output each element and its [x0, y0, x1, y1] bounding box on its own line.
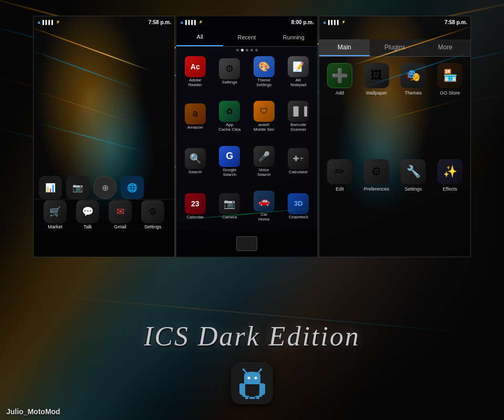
- status-bar-left: ▲ ▌▌▌▌ ⚡ 7:58 p.m.: [34, 16, 174, 28]
- data-left: ⚡: [56, 20, 60, 24]
- google-icon: G: [219, 146, 240, 167]
- app-search[interactable]: 🔍 Search: [178, 140, 212, 184]
- data-center: ⚡: [198, 20, 203, 24]
- app-barcode[interactable]: ▐▌▐ BarcodeScanner: [282, 95, 316, 139]
- left-extra-4[interactable]: 🌐: [121, 176, 144, 199]
- go-tabs: Main Plugins More: [319, 39, 470, 57]
- search-icon: 🔍: [185, 148, 206, 169]
- cache-icon: ♻: [219, 101, 240, 122]
- left-dock-row: 🛒 Market 💬 Talk ✉ Gmail ⚙ Setti: [34, 199, 174, 229]
- wallpaper-label: Wallpaper: [366, 90, 387, 96]
- svg-rect-7: [261, 383, 265, 395]
- app-camera[interactable]: 📷 Camera: [213, 185, 247, 229]
- svg-rect-6: [239, 383, 244, 395]
- app-voice[interactable]: 🎤 VoiceSearch: [247, 140, 281, 184]
- title-section: ICS Dark Edition: [0, 321, 504, 352]
- app-settings[interactable]: ⚙ Settings: [213, 50, 247, 94]
- barcode-icon: ▐▌▐: [288, 101, 309, 122]
- gmail-label: Gmail: [114, 224, 127, 229]
- app-google[interactable]: G GoogleSearch: [213, 140, 247, 184]
- tab-all[interactable]: All: [176, 28, 223, 46]
- status-left-icons: ▲ ▌▌▌▌ ⚡: [37, 19, 60, 25]
- notepad-label: AKNotepad: [290, 78, 306, 88]
- settings-icon: ⚙: [219, 58, 240, 79]
- cache-label: AppCache Clea: [218, 123, 240, 132]
- left-extra-1[interactable]: 📊: [39, 176, 62, 199]
- app-calendar[interactable]: 23 Calendar: [178, 185, 212, 229]
- edit-icon: ✏: [327, 159, 352, 184]
- wifi-icon-right: ▲: [322, 19, 327, 25]
- time-left: 7:58 p.m.: [149, 19, 171, 25]
- go-wallpaper[interactable]: 🖼 Wallpaper: [360, 63, 393, 155]
- signal-right: ▌▌▌▌: [328, 20, 340, 25]
- go-preferences[interactable]: ⚙ Preferences: [360, 159, 393, 251]
- preferences-icon: ⚙: [364, 159, 389, 184]
- go-effects[interactable]: ✨ Effects: [434, 159, 466, 251]
- app-carhome[interactable]: 🚗 CarHome: [247, 185, 281, 229]
- go-add[interactable]: ➕ Add: [323, 63, 356, 155]
- settings-label-left: Settings: [144, 224, 162, 229]
- go-grid: ➕ Add 🖼 Wallpaper 🎭 Themes: [319, 57, 470, 257]
- notepad-icon: 📝: [288, 56, 309, 77]
- go-store[interactable]: 🏪 GO Store: [434, 63, 466, 155]
- android-logo: [231, 362, 273, 404]
- signal-left: ▌▌▌▌: [43, 20, 55, 25]
- app-notepad[interactable]: 📝 AKNotepad: [282, 50, 316, 94]
- effects-icon: ✨: [437, 159, 463, 184]
- settings-icon-right: 🔧: [401, 159, 426, 184]
- app-amazon[interactable]: a Amazon: [178, 95, 212, 139]
- left-extra-2[interactable]: 📷: [66, 176, 89, 199]
- gmail-icon: ✉: [109, 200, 132, 223]
- settings-icon-left: ⚙: [141, 200, 164, 223]
- settings-label-right: Settings: [405, 186, 422, 192]
- android-robot-svg: [238, 368, 267, 399]
- theme-label: ThemeSettings: [256, 78, 271, 88]
- market-label: Market: [48, 224, 62, 229]
- themes-label: Themes: [405, 90, 422, 96]
- status-bar-center: ▲ ▌▌▌▌ ⚡ 8:00 p.m.: [176, 16, 317, 28]
- google-label: GoogleSearch: [223, 168, 236, 177]
- talk-label: Talk: [83, 224, 92, 229]
- edit-label: Edit: [335, 186, 344, 192]
- app-chainfire[interactable]: 3D Chainfire3: [282, 185, 316, 229]
- author-label: Julio_MotoMod: [6, 407, 60, 416]
- phone-left: ▲ ▌▌▌▌ ⚡ 7:58 p.m. 🛒 Market 💬 Talk: [33, 16, 175, 257]
- tab-recent[interactable]: Recent: [223, 28, 270, 46]
- wifi-icon-center: ▲: [180, 19, 184, 25]
- app-drawer-tabs: All Recent Running: [176, 28, 317, 47]
- app-adobe[interactable]: Ac AdobeReader: [178, 50, 212, 94]
- camera-icon: 📷: [219, 193, 240, 214]
- phone-center: ▲ ▌▌▌▌ ⚡ 8:00 p.m. All Recent Running Ac: [176, 16, 318, 257]
- effects-label: Effects: [443, 186, 457, 192]
- left-dock-gmail[interactable]: ✉ Gmail: [106, 200, 135, 229]
- left-dock-market[interactable]: 🛒 Market: [40, 200, 70, 229]
- search-label: Search: [188, 170, 202, 175]
- app-calc[interactable]: ✚÷ Calculator: [282, 140, 316, 184]
- app-cache[interactable]: ♻ AppCache Clea: [213, 95, 247, 139]
- voice-label: VoiceSearch: [257, 168, 270, 177]
- talk-icon: 💬: [76, 200, 99, 223]
- go-edit[interactable]: ✏ Edit: [323, 159, 356, 251]
- preferences-label: Preferences: [364, 186, 390, 192]
- left-dock-settings[interactable]: ⚙ Settings: [138, 200, 167, 229]
- settings-label: Settings: [222, 80, 237, 85]
- go-tab-plugins[interactable]: Plugins: [370, 39, 420, 56]
- left-dock-talk[interactable]: 💬 Talk: [73, 200, 102, 229]
- add-label: Add: [335, 90, 344, 96]
- calc-icon: ✚÷: [288, 148, 309, 169]
- app-avast[interactable]: 🛡 avast!Mobile Sec: [247, 95, 281, 139]
- go-tab-main[interactable]: Main: [319, 39, 370, 56]
- center-home-bar: [176, 230, 317, 257]
- go-settings[interactable]: 🔧 Settings: [397, 159, 429, 251]
- add-icon: ➕: [327, 63, 352, 88]
- chainfire-label: Chainfire3: [289, 215, 308, 220]
- center-home-button[interactable]: [236, 236, 257, 251]
- phones-container: ▲ ▌▌▌▌ ⚡ 7:58 p.m. 🛒 Market 💬 Talk: [16, 10, 488, 268]
- left-home-bar: [34, 230, 174, 257]
- go-store-icon: 🏪: [437, 63, 463, 88]
- app-theme[interactable]: 🎨 ThemeSettings: [247, 50, 281, 94]
- svg-point-5: [254, 377, 257, 380]
- left-extra-3[interactable]: ⊕: [93, 176, 117, 199]
- tab-running[interactable]: Running: [270, 28, 317, 46]
- market-icon: 🛒: [44, 200, 67, 223]
